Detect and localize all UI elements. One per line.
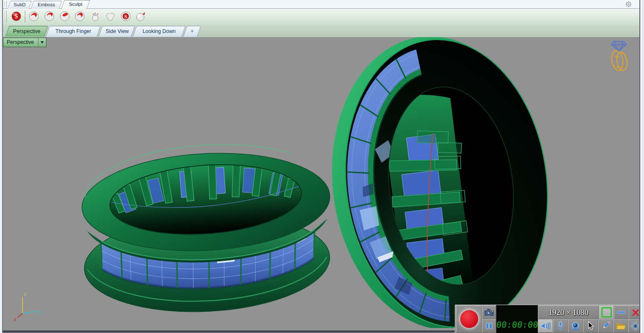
sculpt-brush-icon[interactable] — [28, 11, 39, 22]
record-button[interactable] — [456, 305, 482, 333]
sculpt-flatten-icon[interactable] — [59, 11, 70, 22]
perspective-viewport[interactable]: Perspective — [3, 37, 639, 330]
left-ring-object[interactable] — [78, 139, 335, 318]
pencil-icon — [601, 322, 610, 330]
microphone-button[interactable] — [553, 319, 568, 333]
3d-viewport-canvas[interactable]: z y x — [3, 37, 639, 328]
viewport-tab-strip: Perspective Through Finger Side View Loo… — [3, 25, 639, 37]
axis-z-label: z — [24, 291, 27, 297]
webcam-button[interactable] — [568, 319, 583, 333]
toolbar-separator — [25, 10, 25, 23]
window-left-edge — [0, 0, 3, 333]
screenshot-button[interactable] — [482, 305, 496, 319]
sculpt-toolbar: S S — [3, 8, 639, 25]
svg-text:S: S — [15, 13, 18, 20]
axis-x-label: x — [14, 316, 17, 323]
pause-button[interactable] — [482, 319, 496, 333]
region-select-button[interactable] — [599, 305, 614, 319]
viewport-tab-label: Through Finger — [48, 26, 99, 36]
viewport-title: Perspective — [3, 38, 38, 47]
svg-text:S: S — [124, 14, 127, 20]
viewport-tab-label: Looking Down — [135, 26, 183, 36]
tab-sculpt[interactable]: Sculpt — [61, 0, 90, 9]
viewport-tab-label: Perspective — [8, 26, 46, 36]
viewport-tab-side-view[interactable]: Side View — [99, 26, 135, 37]
cursor-icon — [587, 321, 594, 330]
right-ring-object[interactable] — [316, 37, 564, 328]
screen-recorder-panel: 00:00:00 1920 × 1080 — [455, 305, 642, 333]
sculpt-brush-icon[interactable] — [44, 11, 55, 22]
speaker-icon — [540, 322, 550, 330]
add-tab-plus-icon: + — [185, 26, 199, 36]
sculpt-brush-icon[interactable] — [74, 11, 85, 22]
chevron-down-icon — [38, 38, 46, 47]
pause-icon — [485, 322, 493, 330]
viewport-tab-add[interactable]: + — [183, 26, 201, 37]
timer-value: 00:00:00 — [495, 320, 539, 333]
tab-subd-label: SubD — [9, 1, 30, 8]
draw-button[interactable] — [598, 319, 613, 333]
close-icon — [632, 309, 639, 316]
microphone-icon — [557, 321, 564, 330]
minimize-button[interactable] — [614, 305, 629, 319]
camera-icon — [484, 308, 494, 317]
toolbar-grip[interactable] — [4, 1, 7, 8]
speaker-button[interactable] — [538, 319, 553, 333]
viewport-title-menu[interactable]: Perspective — [3, 38, 46, 47]
capture-resolution: 1920 × 1080 — [538, 305, 599, 319]
viewport-tab-through-finger[interactable]: Through Finger — [46, 26, 101, 37]
tab-subd[interactable]: SubD — [8, 1, 32, 9]
viewport-tab-label: Side View — [101, 26, 133, 36]
recording-timer-display: 00:00:00 — [496, 305, 538, 333]
cursor-capture-button[interactable] — [583, 319, 598, 333]
tab-sculpt-label: Sculpt — [63, 0, 88, 8]
window-right-edge — [639, 0, 644, 333]
ribbon-tab-bar: SubD Emboss Sculpt — [3, 0, 639, 9]
sculpt-pinch-icon[interactable] — [90, 11, 101, 22]
axis-y-label: y — [40, 309, 43, 315]
application-window: SubD Emboss Sculpt S — [0, 0, 644, 333]
toolbar-grip[interactable] — [4, 10, 7, 23]
sculpt-grab-icon[interactable] — [135, 11, 146, 22]
record-icon — [460, 310, 478, 328]
region-icon — [601, 307, 612, 318]
sculpt-swirl-icon[interactable]: S — [120, 11, 131, 22]
sculpt-logo-icon[interactable]: S — [11, 11, 22, 22]
webcam-icon — [571, 322, 580, 330]
gear-icon — [631, 322, 640, 330]
tab-emboss[interactable]: Emboss — [31, 1, 62, 9]
open-folder-button[interactable] — [613, 319, 628, 333]
viewport-tab-looking-down[interactable]: Looking Down — [133, 26, 186, 37]
sculpt-smooth-icon[interactable] — [105, 11, 116, 22]
resolution-value: 1920 × 1080 — [548, 308, 588, 317]
folder-icon — [616, 322, 626, 330]
ring-diamond-icon — [610, 41, 629, 71]
minimize-icon — [617, 311, 625, 313]
ribbon-settings-gear-icon[interactable] — [624, 0, 633, 8]
viewport-tab-perspective[interactable]: Perspective — [5, 26, 48, 37]
tab-emboss-label: Emboss — [33, 1, 60, 8]
axis-gizmo: z y x — [14, 291, 43, 323]
